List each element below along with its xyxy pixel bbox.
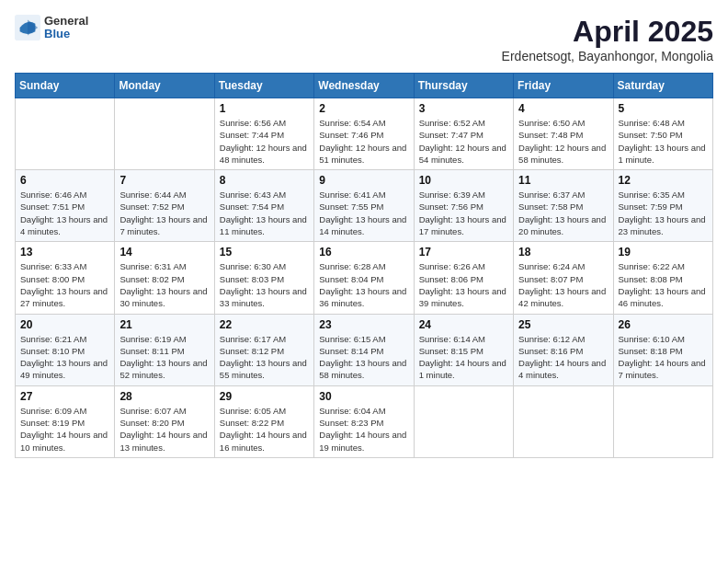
calendar-cell: 19Sunrise: 6:22 AMSunset: 8:08 PMDayligh… <box>613 242 712 314</box>
day-info: Sunrise: 6:21 AMSunset: 8:10 PMDaylight:… <box>20 333 109 382</box>
day-number: 27 <box>20 390 109 403</box>
calendar-body: 1Sunrise: 6:56 AMSunset: 7:44 PMDaylight… <box>16 98 713 458</box>
day-number: 11 <box>518 174 608 187</box>
day-number: 13 <box>20 246 109 259</box>
calendar-cell: 16Sunrise: 6:28 AMSunset: 8:04 PMDayligh… <box>314 242 414 314</box>
day-info: Sunrise: 6:19 AMSunset: 8:11 PMDaylight:… <box>119 333 209 382</box>
day-info: Sunrise: 6:24 AMSunset: 8:07 PMDaylight:… <box>518 260 608 309</box>
logo-icon <box>15 15 40 40</box>
day-number: 29 <box>220 390 309 403</box>
day-info: Sunrise: 6:44 AMSunset: 7:52 PMDaylight:… <box>119 189 209 237</box>
day-info: Sunrise: 6:30 AMSunset: 8:03 PMDaylight:… <box>220 260 309 309</box>
logo-text: General Blue <box>44 15 88 41</box>
calendar-cell <box>613 385 712 457</box>
calendar-cell: 10Sunrise: 6:39 AMSunset: 7:56 PMDayligh… <box>414 170 513 242</box>
day-number: 24 <box>419 318 508 331</box>
calendar-week-2: 6Sunrise: 6:46 AMSunset: 7:51 PMDaylight… <box>16 170 713 242</box>
calendar-cell: 22Sunrise: 6:17 AMSunset: 8:12 PMDayligh… <box>214 314 313 385</box>
calendar-cell <box>514 385 613 457</box>
calendar-cell: 4Sunrise: 6:50 AMSunset: 7:48 PMDaylight… <box>514 98 613 170</box>
day-number: 23 <box>319 318 408 331</box>
day-info: Sunrise: 6:14 AMSunset: 8:15 PMDaylight:… <box>419 333 508 382</box>
day-number: 25 <box>518 318 608 331</box>
day-number: 6 <box>20 174 109 187</box>
day-info: Sunrise: 6:09 AMSunset: 8:19 PMDaylight:… <box>20 405 109 454</box>
location-subtitle: Erdenetsogt, Bayanhongor, Mongolia <box>502 49 713 63</box>
title-area: April 2025 Erdenetsogt, Bayanhongor, Mon… <box>502 15 713 63</box>
day-number: 4 <box>518 102 608 115</box>
day-number: 5 <box>619 102 708 115</box>
calendar-cell <box>115 98 214 170</box>
day-number: 18 <box>518 246 608 259</box>
day-number: 30 <box>319 390 408 403</box>
day-number: 28 <box>119 390 209 403</box>
day-info: Sunrise: 6:43 AMSunset: 7:54 PMDaylight:… <box>220 189 309 237</box>
day-number: 16 <box>319 246 408 259</box>
logo-general: General <box>44 15 88 28</box>
calendar-cell: 3Sunrise: 6:52 AMSunset: 7:47 PMDaylight… <box>414 98 513 170</box>
day-header-monday: Monday <box>115 74 214 98</box>
calendar-cell: 9Sunrise: 6:41 AMSunset: 7:55 PMDaylight… <box>314 170 414 242</box>
calendar-cell: 18Sunrise: 6:24 AMSunset: 8:07 PMDayligh… <box>514 242 613 314</box>
calendar-cell: 20Sunrise: 6:21 AMSunset: 8:10 PMDayligh… <box>16 314 115 385</box>
day-number: 14 <box>119 246 209 259</box>
day-number: 1 <box>220 102 309 115</box>
day-header-tuesday: Tuesday <box>214 74 313 98</box>
calendar-cell: 25Sunrise: 6:12 AMSunset: 8:16 PMDayligh… <box>514 314 613 385</box>
calendar-cell: 6Sunrise: 6:46 AMSunset: 7:51 PMDaylight… <box>16 170 115 242</box>
day-info: Sunrise: 6:04 AMSunset: 8:23 PMDaylight:… <box>319 405 408 454</box>
day-header-saturday: Saturday <box>613 74 712 98</box>
day-info: Sunrise: 6:28 AMSunset: 8:04 PMDaylight:… <box>319 260 408 309</box>
calendar-cell: 27Sunrise: 6:09 AMSunset: 8:19 PMDayligh… <box>16 385 115 457</box>
page-header: General Blue April 2025 Erdenetsogt, Bay… <box>15 15 713 63</box>
day-number: 7 <box>119 174 209 187</box>
calendar-cell: 28Sunrise: 6:07 AMSunset: 8:20 PMDayligh… <box>115 385 214 457</box>
day-number: 20 <box>20 318 109 331</box>
calendar-week-4: 20Sunrise: 6:21 AMSunset: 8:10 PMDayligh… <box>16 314 713 385</box>
day-info: Sunrise: 6:35 AMSunset: 7:59 PMDaylight:… <box>619 189 708 237</box>
day-header-sunday: Sunday <box>16 74 115 98</box>
day-number: 26 <box>619 318 708 331</box>
day-header-wednesday: Wednesday <box>314 74 414 98</box>
day-info: Sunrise: 6:41 AMSunset: 7:55 PMDaylight:… <box>319 189 408 237</box>
day-number: 15 <box>220 246 309 259</box>
day-number: 10 <box>419 174 508 187</box>
day-info: Sunrise: 6:33 AMSunset: 8:00 PMDaylight:… <box>20 260 109 309</box>
calendar-week-5: 27Sunrise: 6:09 AMSunset: 8:19 PMDayligh… <box>16 385 713 457</box>
day-info: Sunrise: 6:05 AMSunset: 8:22 PMDaylight:… <box>220 405 309 454</box>
calendar-cell: 12Sunrise: 6:35 AMSunset: 7:59 PMDayligh… <box>613 170 712 242</box>
calendar-table: SundayMondayTuesdayWednesdayThursdayFrid… <box>15 73 713 458</box>
day-info: Sunrise: 6:48 AMSunset: 7:50 PMDaylight:… <box>619 117 708 166</box>
calendar-cell: 17Sunrise: 6:26 AMSunset: 8:06 PMDayligh… <box>414 242 513 314</box>
month-title: April 2025 <box>502 15 713 49</box>
day-number: 17 <box>419 246 508 259</box>
day-number: 2 <box>319 102 408 115</box>
day-headers-row: SundayMondayTuesdayWednesdayThursdayFrid… <box>16 74 713 98</box>
day-number: 22 <box>220 318 309 331</box>
calendar-cell: 1Sunrise: 6:56 AMSunset: 7:44 PMDaylight… <box>214 98 313 170</box>
calendar-cell <box>414 385 513 457</box>
day-info: Sunrise: 6:07 AMSunset: 8:20 PMDaylight:… <box>119 405 209 454</box>
day-number: 8 <box>220 174 309 187</box>
day-info: Sunrise: 6:31 AMSunset: 8:02 PMDaylight:… <box>119 260 209 309</box>
day-number: 21 <box>119 318 209 331</box>
day-info: Sunrise: 6:22 AMSunset: 8:08 PMDaylight:… <box>619 260 708 309</box>
calendar-cell: 7Sunrise: 6:44 AMSunset: 7:52 PMDaylight… <box>115 170 214 242</box>
day-info: Sunrise: 6:50 AMSunset: 7:48 PMDaylight:… <box>518 117 608 166</box>
day-number: 9 <box>319 174 408 187</box>
day-info: Sunrise: 6:56 AMSunset: 7:44 PMDaylight:… <box>220 117 309 166</box>
calendar-cell: 21Sunrise: 6:19 AMSunset: 8:11 PMDayligh… <box>115 314 214 385</box>
day-info: Sunrise: 6:15 AMSunset: 8:14 PMDaylight:… <box>319 333 408 382</box>
calendar-header: SundayMondayTuesdayWednesdayThursdayFrid… <box>16 74 713 98</box>
calendar-cell: 5Sunrise: 6:48 AMSunset: 7:50 PMDaylight… <box>613 98 712 170</box>
calendar-cell: 30Sunrise: 6:04 AMSunset: 8:23 PMDayligh… <box>314 385 414 457</box>
calendar-cell: 15Sunrise: 6:30 AMSunset: 8:03 PMDayligh… <box>214 242 313 314</box>
day-info: Sunrise: 6:12 AMSunset: 8:16 PMDaylight:… <box>518 333 608 382</box>
calendar-cell: 8Sunrise: 6:43 AMSunset: 7:54 PMDaylight… <box>214 170 313 242</box>
day-info: Sunrise: 6:54 AMSunset: 7:46 PMDaylight:… <box>319 117 408 166</box>
logo: General Blue <box>15 15 88 41</box>
calendar-week-3: 13Sunrise: 6:33 AMSunset: 8:00 PMDayligh… <box>16 242 713 314</box>
day-number: 19 <box>619 246 708 259</box>
calendar-cell: 13Sunrise: 6:33 AMSunset: 8:00 PMDayligh… <box>16 242 115 314</box>
day-info: Sunrise: 6:39 AMSunset: 7:56 PMDaylight:… <box>419 189 508 237</box>
